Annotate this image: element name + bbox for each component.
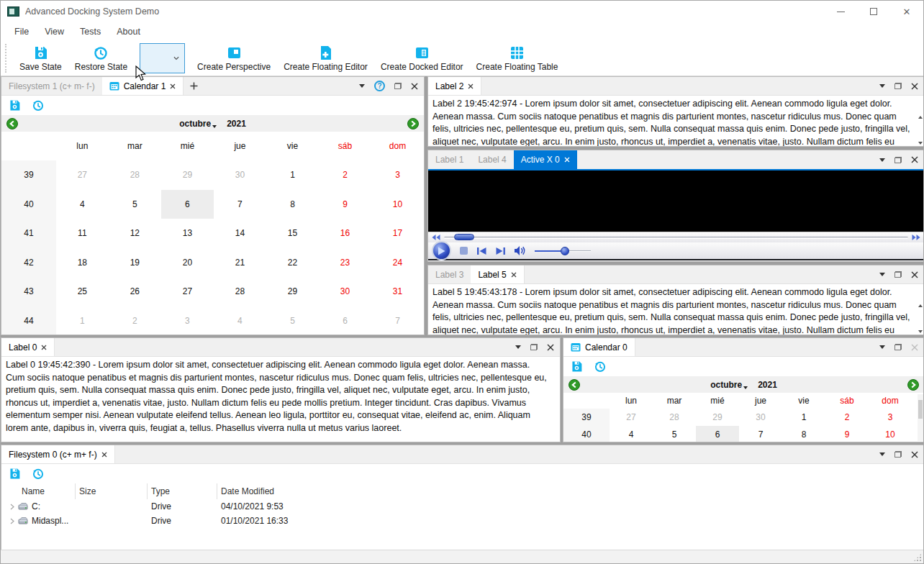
float-panel-icon[interactable] bbox=[894, 83, 902, 89]
perspective-combo[interactable] bbox=[140, 43, 185, 73]
panel-menu-icon[interactable] bbox=[879, 452, 885, 456]
history-icon[interactable] bbox=[32, 99, 45, 112]
calendar-day[interactable]: 6 bbox=[161, 190, 214, 219]
volume-thumb[interactable] bbox=[561, 247, 569, 255]
calendar-day[interactable]: 11 bbox=[56, 219, 109, 248]
menu-view[interactable]: View bbox=[37, 24, 72, 40]
calendar-day[interactable]: 16 bbox=[319, 219, 371, 248]
tab-label-4[interactable]: Label 4 bbox=[471, 150, 513, 169]
stop-button[interactable] bbox=[459, 246, 468, 255]
maximize-button[interactable] bbox=[857, 1, 890, 22]
calendar-day[interactable]: 27 bbox=[56, 160, 109, 190]
calendar-month-year[interactable]: octubre2021 bbox=[18, 119, 407, 129]
calendar-day[interactable]: 5 bbox=[653, 426, 696, 442]
calendar-day[interactable]: 31 bbox=[371, 277, 424, 306]
tab-label-5[interactable]: Label 5 bbox=[471, 265, 524, 283]
calendar-day[interactable]: 6 bbox=[319, 306, 371, 336]
tab-close-icon[interactable] bbox=[468, 81, 474, 91]
toolbar-drag-handle[interactable] bbox=[5, 44, 9, 73]
calendar-day[interactable]: 24 bbox=[371, 248, 424, 278]
forward-icon[interactable] bbox=[912, 235, 920, 240]
calendar-day[interactable]: 3 bbox=[371, 160, 424, 190]
tab-close-icon[interactable] bbox=[101, 450, 107, 460]
calendar-day[interactable]: 8 bbox=[266, 190, 319, 219]
calendar-day[interactable]: 12 bbox=[109, 219, 161, 248]
add-tab-button[interactable] bbox=[184, 77, 204, 95]
seek-thumb[interactable] bbox=[454, 234, 474, 240]
table-row[interactable]: Midaspl...Drive01/10/2021 16:33 bbox=[1, 514, 924, 528]
calendar-day[interactable]: 29 bbox=[161, 160, 214, 190]
calendar-day[interactable]: 17 bbox=[371, 219, 424, 248]
prev-month-button[interactable] bbox=[6, 118, 18, 129]
calendar-day[interactable]: 6 bbox=[696, 426, 739, 442]
calendar-day[interactable]: 23 bbox=[319, 248, 371, 278]
panel-close-icon[interactable] bbox=[547, 341, 554, 354]
history-icon[interactable] bbox=[32, 468, 45, 480]
calendar-day[interactable]: 2 bbox=[319, 160, 371, 190]
column-header-type[interactable]: Type bbox=[148, 483, 217, 499]
calendar-day[interactable]: 29 bbox=[696, 409, 739, 426]
calendar-day[interactable]: 7 bbox=[371, 306, 424, 336]
tab-close-icon[interactable] bbox=[564, 155, 570, 165]
create-docked-editor-button[interactable]: Create Docked Editor bbox=[374, 44, 470, 73]
history-icon[interactable] bbox=[594, 360, 607, 373]
close-button[interactable]: ✕ bbox=[890, 1, 923, 22]
tab-activex-0[interactable]: Active X 0 bbox=[514, 150, 577, 169]
seek-slider[interactable] bbox=[444, 237, 908, 239]
create-floating-table-button[interactable]: Create Floating Table bbox=[470, 44, 565, 73]
calendar-day[interactable]: 4 bbox=[610, 426, 653, 442]
calendar-day[interactable]: 7 bbox=[739, 426, 782, 442]
calendar-day[interactable]: 15 bbox=[266, 219, 319, 248]
calendar-day[interactable]: 7 bbox=[214, 190, 266, 219]
calendar-day[interactable]: 5 bbox=[266, 306, 319, 336]
calendar-day[interactable]: 25 bbox=[56, 277, 109, 306]
float-panel-icon[interactable] bbox=[894, 451, 902, 458]
calendar-day[interactable]: 2 bbox=[825, 409, 869, 426]
column-header-name[interactable]: Name bbox=[1, 483, 76, 499]
calendar-day[interactable]: 13 bbox=[161, 219, 214, 248]
calendar-day[interactable]: 28 bbox=[653, 409, 696, 426]
calendar-day[interactable]: 19 bbox=[109, 248, 161, 278]
panel-menu-icon[interactable] bbox=[515, 345, 521, 349]
calendar-day[interactable]: 3 bbox=[161, 306, 214, 336]
calendar-day[interactable]: 28 bbox=[214, 277, 266, 306]
panel-close-icon[interactable] bbox=[911, 341, 918, 354]
next-month-button[interactable] bbox=[907, 379, 919, 391]
save-icon[interactable] bbox=[9, 99, 21, 112]
panel-close-icon[interactable] bbox=[911, 153, 918, 166]
tab-label-0[interactable]: Label 0 bbox=[1, 338, 55, 356]
create-perspective-button[interactable]: Create Perspective bbox=[191, 44, 277, 73]
next-button[interactable] bbox=[495, 247, 506, 255]
calendar-day[interactable]: 30 bbox=[739, 409, 782, 426]
calendar-day[interactable]: 10 bbox=[371, 190, 424, 219]
calendar-day[interactable]: 1 bbox=[56, 306, 109, 336]
play-button[interactable] bbox=[432, 241, 451, 260]
calendar-day[interactable]: 1 bbox=[782, 409, 825, 426]
calendar-day[interactable]: 30 bbox=[214, 160, 266, 190]
calendar-day[interactable]: 20 bbox=[161, 248, 214, 278]
calendar-day[interactable]: 22 bbox=[266, 248, 319, 278]
calendar-day[interactable]: 3 bbox=[869, 409, 912, 426]
calendar-day[interactable]: 30 bbox=[319, 277, 371, 306]
menu-tests[interactable]: Tests bbox=[72, 24, 109, 40]
panel-close-icon[interactable] bbox=[911, 268, 918, 281]
tab-close-icon[interactable] bbox=[511, 270, 517, 280]
calendar-day[interactable]: 9 bbox=[825, 426, 869, 442]
calendar-day[interactable]: 10 bbox=[869, 426, 912, 442]
panel-menu-icon[interactable] bbox=[359, 84, 365, 88]
calendar-day[interactable]: 14 bbox=[214, 219, 266, 248]
tab-calendar-0[interactable]: Calendar 0 bbox=[563, 338, 635, 356]
volume-icon[interactable] bbox=[514, 245, 527, 256]
calendar-day[interactable]: 9 bbox=[319, 190, 371, 219]
create-floating-editor-button[interactable]: Create Floating Editor bbox=[277, 44, 374, 73]
menu-file[interactable]: File bbox=[6, 24, 37, 40]
panel-close-icon[interactable] bbox=[911, 448, 918, 461]
calendar-day[interactable]: 2 bbox=[109, 306, 161, 336]
calendar-day[interactable]: 28 bbox=[109, 160, 161, 190]
tab-close-icon[interactable] bbox=[170, 81, 176, 91]
tab-label-2[interactable]: Label 2 bbox=[428, 77, 481, 95]
calendar-day[interactable]: 21 bbox=[214, 248, 266, 278]
restore-state-button[interactable]: Restore State bbox=[68, 44, 134, 73]
expand-chevron-icon[interactable] bbox=[10, 518, 14, 524]
calendar-day[interactable]: 29 bbox=[266, 277, 319, 306]
